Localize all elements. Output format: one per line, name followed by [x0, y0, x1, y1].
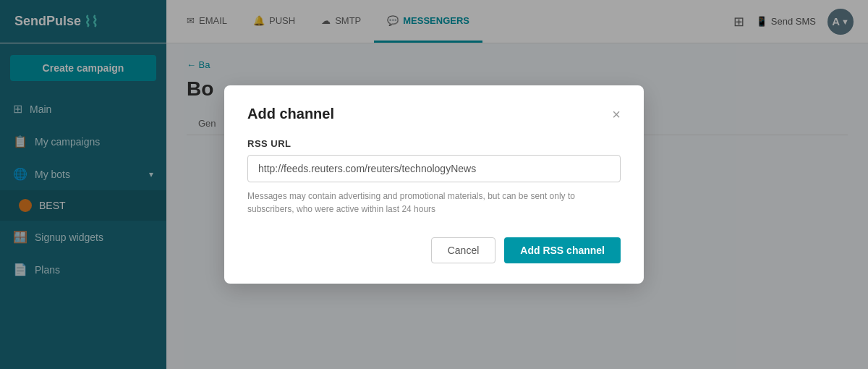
modal-title: Add channel — [247, 106, 334, 122]
modal-hint: Messages may contain advertising and pro… — [247, 190, 621, 216]
cancel-button[interactable]: Cancel — [431, 237, 496, 263]
add-rss-channel-button[interactable]: Add RSS channel — [504, 237, 621, 263]
modal-actions: Cancel Add RSS channel — [247, 237, 621, 263]
modal-overlay: Add channel × RSS URL Messages may conta… — [0, 0, 868, 369]
rss-url-input[interactable] — [247, 155, 621, 182]
modal-header: Add channel × — [247, 106, 621, 122]
rss-url-label: RSS URL — [247, 138, 621, 149]
add-channel-modal: Add channel × RSS URL Messages may conta… — [224, 85, 644, 284]
modal-close-button[interactable]: × — [612, 107, 621, 122]
